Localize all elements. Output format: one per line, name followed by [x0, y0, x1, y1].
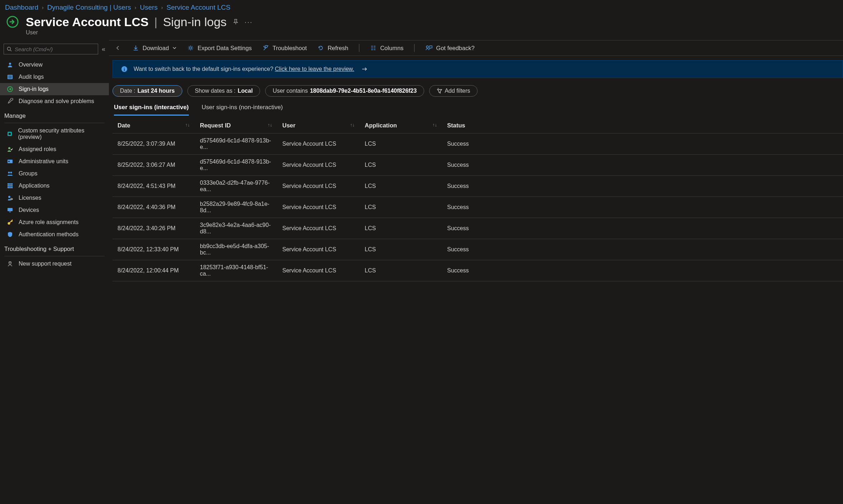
svg-rect-18: [11, 183, 13, 185]
table-row[interactable]: 8/24/2022, 4:40:36 PM b2582a29-9e89-4fc9…: [112, 197, 843, 218]
sidebar-section-manage: Manage: [0, 107, 109, 121]
pin-icon[interactable]: [233, 19, 239, 25]
sidebar-item-assigned-roles[interactable]: Assigned roles: [0, 143, 109, 155]
col-status[interactable]: Status: [442, 118, 843, 134]
breadcrumb-current[interactable]: Service Account LCS: [167, 4, 230, 11]
table-row[interactable]: 8/25/2022, 3:06:27 AM d575469d-6c1d-4878…: [112, 155, 843, 176]
sidebar-item-label: Devices: [19, 207, 39, 213]
sidebar-item-custom-security-attributes-preview[interactable]: Custom security attributes (preview): [0, 125, 109, 143]
breadcrumb-users[interactable]: Users: [140, 4, 158, 11]
cell-user: Service Account LCS: [277, 155, 360, 176]
troubleshoot-button[interactable]: Troubleshoot: [263, 45, 307, 52]
sidebar-section-troubleshoot: Troubleshooting + Support: [0, 241, 109, 255]
arrow-circle-icon: [6, 86, 14, 92]
chevron-left-icon[interactable]: [115, 45, 120, 50]
col-application[interactable]: Application↑↓: [360, 118, 442, 134]
separator: [414, 44, 415, 52]
search-input[interactable]: [15, 46, 95, 52]
table-row[interactable]: 8/24/2022, 3:40:26 PM 3c9e82e3-4e2a-4aa6…: [112, 218, 843, 239]
cell-user: Service Account LCS: [277, 134, 360, 155]
svg-rect-22: [8, 187, 9, 188]
sidebar-item-new-support-request[interactable]: New support request: [0, 258, 109, 270]
sidebar-item-overview[interactable]: Overview: [0, 59, 109, 71]
svg-point-15: [10, 172, 12, 174]
separator: [359, 44, 359, 52]
sidebar: « OverviewAudit logsSign-in logsDiagnose…: [0, 40, 109, 504]
cell-status: Success: [442, 218, 843, 239]
more-icon[interactable]: ···: [245, 18, 253, 26]
svg-rect-28: [8, 208, 13, 211]
sidebar-item-groups[interactable]: Groups: [0, 168, 109, 180]
sidebar-item-label: Custom security attributes (preview): [18, 127, 102, 140]
table-row[interactable]: 8/24/2022, 12:00:44 PM 18253f71-a930-414…: [112, 260, 843, 281]
svg-rect-16: [8, 183, 9, 185]
troubleshoot-label: Troubleshoot: [273, 45, 307, 52]
info-text-prefix: Want to switch back to the default sign-…: [134, 66, 275, 72]
feedback-icon: [425, 45, 432, 51]
sidebar-item-audit-logs[interactable]: Audit logs: [0, 71, 109, 83]
toolbar: Download Export Data Settings Troublesho…: [109, 40, 843, 56]
chevron-right-icon: ›: [42, 5, 44, 10]
list-icon: [6, 74, 14, 80]
signin-tabs: User sign-ins (interactive) User sign-in…: [112, 100, 843, 116]
svg-point-14: [8, 172, 10, 174]
export-label: Export Data Settings: [197, 45, 252, 52]
key-icon: [6, 219, 14, 226]
badge-icon: [6, 158, 14, 165]
collapse-sidebar-icon[interactable]: «: [102, 45, 105, 53]
cell-request: b2582a29-9e89-4fc9-8a1e-8d...: [195, 197, 277, 218]
sidebar-item-administrative-units[interactable]: Administrative units: [0, 155, 109, 168]
tab-interactive[interactable]: User sign-ins (interactive): [114, 104, 189, 116]
columns-button[interactable]: Columns: [370, 45, 403, 52]
page-title: Service Account LCS: [26, 15, 149, 29]
cell-request: d575469d-6c1d-4878-913b-e...: [195, 155, 277, 176]
cell-user: Service Account LCS: [277, 260, 360, 281]
col-date[interactable]: Date↑↓: [112, 118, 195, 134]
sidebar-search[interactable]: [4, 44, 98, 54]
add-filter-icon: [437, 88, 442, 94]
feedback-button[interactable]: Got feedback?: [425, 45, 474, 52]
refresh-label: Refresh: [327, 45, 348, 52]
sidebar-item-licenses[interactable]: Licenses: [0, 192, 109, 204]
col-request[interactable]: Request ID↑↓: [195, 118, 277, 134]
filter-user-pill[interactable]: User contains 1808dab9-79e2-4b51-8e0a-f6…: [265, 85, 424, 97]
cell-application: LCS: [360, 155, 442, 176]
refresh-icon: [317, 45, 324, 51]
add-filters-button[interactable]: Add filters: [429, 85, 478, 97]
arrow-right-icon[interactable]: [361, 67, 368, 72]
monitor-icon: [6, 207, 14, 213]
table-row[interactable]: 8/24/2022, 4:51:43 PM 0333e0a2-d2fb-47ae…: [112, 176, 843, 197]
chevron-down-icon: [172, 46, 177, 50]
filter-date-pill[interactable]: Date : Last 24 hours: [112, 85, 182, 97]
table-row[interactable]: 8/25/2022, 3:07:39 AM d575469d-6c1d-4878…: [112, 134, 843, 155]
download-button[interactable]: Download: [133, 45, 177, 52]
sidebar-item-azure-role-assignments[interactable]: Azure role assignments: [0, 216, 109, 228]
sidebar-item-label: Diagnose and solve problems: [19, 98, 94, 105]
filter-user-prefix: User contains: [273, 88, 308, 94]
cell-date: 8/25/2022, 3:06:27 AM: [112, 155, 195, 176]
breadcrumb-tenant-users[interactable]: Dynagile Consulting | Users: [47, 4, 131, 11]
breadcrumb-dashboard[interactable]: Dashboard: [5, 4, 38, 11]
filter-date-prefix: Date :: [120, 88, 135, 94]
svg-rect-23: [9, 187, 11, 188]
sidebar-item-applications[interactable]: Applications: [0, 180, 109, 192]
sort-icon: ↑↓: [268, 122, 272, 127]
col-user[interactable]: User↑↓: [277, 118, 360, 134]
refresh-button[interactable]: Refresh: [317, 45, 348, 52]
sidebar-item-devices[interactable]: Devices: [0, 204, 109, 216]
sidebar-item-sign-in-logs[interactable]: Sign-in logs: [0, 83, 109, 95]
signin-logs-icon: [5, 14, 20, 29]
leave-preview-link[interactable]: Click here to leave the preview.: [275, 66, 354, 72]
columns-label: Columns: [380, 45, 403, 52]
sidebar-item-label: Groups: [19, 170, 37, 177]
tools-icon: [263, 45, 269, 51]
feedback-label: Got feedback?: [436, 45, 474, 52]
cell-application: LCS: [360, 218, 442, 239]
filter-dates-as-pill[interactable]: Show dates as : Local: [187, 85, 260, 97]
sidebar-item-label: Overview: [19, 62, 43, 68]
export-settings-button[interactable]: Export Data Settings: [187, 45, 252, 52]
tab-noninteractive[interactable]: User sign-ins (non-interactive): [202, 104, 283, 116]
sidebar-item-diagnose-and-solve-problems[interactable]: Diagnose and solve problems: [0, 95, 109, 107]
sidebar-item-authentication-methods[interactable]: Authentication methods: [0, 228, 109, 241]
table-row[interactable]: 8/24/2022, 12:33:40 PM bb9cc3db-ee5d-4df…: [112, 239, 843, 260]
